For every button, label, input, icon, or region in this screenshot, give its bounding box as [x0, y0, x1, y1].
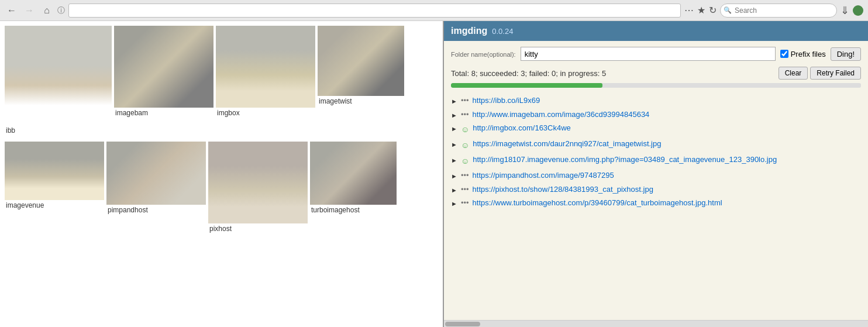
image-grid-panel: ibb imagebam imgbox imagetwist imagevenu…	[0, 21, 443, 327]
success-icon: ☺	[461, 123, 469, 136]
folder-label: Folder name(optional):	[451, 50, 516, 58]
thumbnail[interactable]	[5, 26, 112, 125]
status-text: Total: 8; succeeded: 3; failed: 0; in pr…	[451, 69, 606, 78]
back-button[interactable]: ←	[5, 4, 19, 18]
result-item: ► ••• https://pixhost.to/show/128/843819…	[451, 184, 861, 195]
result-url[interactable]: https://pixhost.to/show/128/84381993_cat…	[473, 184, 653, 195]
status-icon: •••	[461, 197, 469, 209]
image-label: imagetwist	[318, 97, 352, 105]
list-item: pixhost	[208, 142, 308, 233]
ext-header: imgding 0.0.24	[444, 21, 868, 41]
status-row: Total: 8; succeeded: 3; failed: 0; in pr…	[451, 67, 861, 80]
folder-input[interactable]	[521, 47, 776, 61]
list-item: imgbox	[216, 26, 315, 135]
ext-version: 0.0.24	[492, 27, 513, 36]
result-url[interactable]: http://www.imagebam.com/image/36cd939948…	[473, 109, 650, 121]
status-icon: •••	[461, 109, 469, 121]
results-list: ► ••• https://ibb.co/iL9x69 ► ••• http:/…	[451, 95, 861, 209]
thumbnail[interactable]	[106, 142, 206, 205]
image-label: imagebam	[114, 109, 148, 117]
ext-title: imgding	[451, 26, 487, 36]
result-item: ► ☺ http://img18107.imagevenue.com/img.p…	[451, 154, 861, 167]
download-icon: ⇓	[841, 4, 849, 17]
result-url[interactable]: http://img18107.imagevenue.com/img.php?i…	[473, 154, 777, 166]
thumbnail[interactable]	[318, 26, 404, 96]
list-item: imagetwist	[318, 26, 404, 135]
result-url[interactable]: https://ibb.co/iL9x69	[473, 95, 540, 106]
extension-panel: imgding 0.0.24 Folder name(optional): Pr…	[443, 21, 868, 327]
image-grid: ibb imagebam imgbox imagetwist imagevenu…	[5, 26, 438, 233]
scrollbar-thumb[interactable]	[445, 322, 480, 326]
forward-button[interactable]: →	[22, 4, 36, 18]
progress-bar	[451, 83, 861, 88]
result-url[interactable]: http://imgbox.com/163Ck4we	[473, 122, 571, 134]
result-item: ► ☺ http://imgbox.com/163Ck4we	[451, 122, 861, 136]
list-item: turboimagehost	[310, 142, 397, 233]
status-icon: •••	[461, 170, 469, 181]
expand-icon[interactable]: ►	[451, 199, 457, 209]
result-item: ► ••• http://www.imagebam.com/image/36cd…	[451, 109, 861, 121]
clear-button[interactable]: Clear	[779, 67, 808, 80]
ding-button[interactable]: Ding!	[831, 47, 861, 61]
home-button[interactable]: ⌂	[40, 4, 54, 18]
image-label: pixhost	[208, 225, 232, 233]
menu-dots[interactable]: ⋯	[684, 5, 694, 16]
status-icon: •••	[461, 184, 469, 195]
image-label: ibb	[5, 126, 15, 135]
prefix-checkbox[interactable]: Prefix files	[780, 50, 826, 58]
prefix-check[interactable]	[780, 50, 788, 58]
expand-icon[interactable]: ►	[451, 111, 457, 121]
expand-icon[interactable]: ►	[451, 156, 457, 166]
bookmark-icon[interactable]: ★	[697, 5, 705, 16]
expand-icon[interactable]: ►	[451, 140, 457, 150]
result-url[interactable]: https://imagetwist.com/daur2nnqi927/cat_…	[473, 138, 661, 150]
retry-failed-button[interactable]: Retry Failed	[810, 67, 861, 80]
result-item: ► ☺ https://imagetwist.com/daur2nnqi927/…	[451, 138, 861, 152]
image-label: pimpandhost	[106, 206, 148, 214]
progress-bar-fill	[451, 83, 602, 88]
result-item: ► ••• https://www.turboimagehost.com/p/3…	[451, 197, 861, 209]
result-item: ► ••• https://ibb.co/iL9x69	[451, 95, 861, 106]
list-item: imagebam	[114, 26, 213, 135]
image-label: imagevenue	[5, 201, 44, 209]
thumbnail[interactable]	[208, 142, 308, 223]
refresh-icon[interactable]: ↻	[709, 5, 717, 16]
thumbnail[interactable]	[310, 142, 397, 205]
thumbnail[interactable]	[5, 142, 104, 200]
url-bar[interactable]	[68, 4, 681, 18]
thumbnail[interactable]	[216, 26, 315, 108]
horizontal-scrollbar[interactable]	[444, 320, 868, 327]
status-icon: •••	[461, 95, 469, 106]
browser-chrome: ← → ⌂ ⓘ ⋯ ★ ↻ ⇓	[0, 0, 868, 21]
success-icon: ☺	[461, 139, 469, 152]
action-buttons: Clear Retry Failed	[779, 67, 861, 80]
list-item: imagevenue	[5, 142, 104, 233]
thumbnail[interactable]	[114, 26, 213, 108]
result-item: ► ••• https://pimpandhost.com/image/9748…	[451, 170, 861, 181]
image-label: turboimagehost	[310, 206, 360, 214]
progress-indicator	[853, 5, 863, 16]
search-input[interactable]	[720, 4, 837, 18]
info-icon: ⓘ	[57, 5, 65, 16]
main-content: ibb imagebam imgbox imagetwist imagevenu…	[0, 21, 868, 327]
search-wrap	[720, 4, 837, 18]
folder-optional-label: (optional):	[487, 51, 516, 58]
expand-icon[interactable]: ►	[451, 124, 457, 134]
result-url[interactable]: https://pimpandhost.com/image/97487295	[473, 170, 614, 181]
list-item: pimpandhost	[106, 142, 206, 233]
expand-icon[interactable]: ►	[451, 171, 457, 181]
list-item: ibb	[5, 26, 112, 135]
result-url[interactable]: https://www.turboimagehost.com/p/3946079…	[473, 197, 722, 209]
ext-body: Folder name(optional): Prefix files Ding…	[444, 41, 868, 320]
success-icon: ☺	[461, 155, 469, 167]
expand-icon[interactable]: ►	[451, 97, 457, 106]
expand-icon[interactable]: ►	[451, 185, 457, 195]
folder-row: Folder name(optional): Prefix files Ding…	[451, 47, 861, 61]
image-label: imgbox	[216, 109, 240, 117]
prefix-label: Prefix files	[791, 50, 826, 58]
